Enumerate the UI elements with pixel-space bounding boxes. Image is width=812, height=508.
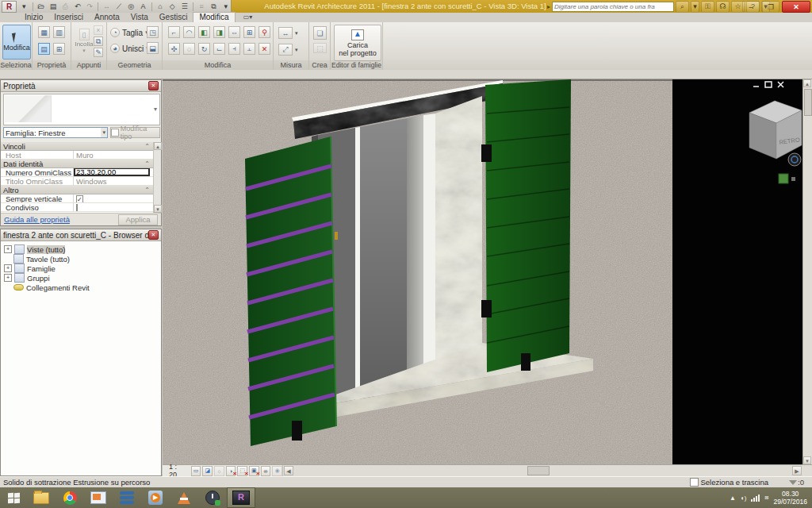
pin-icon[interactable]: ⚲ bbox=[259, 26, 270, 38]
chevron-down-icon[interactable]: ▾ bbox=[154, 106, 157, 113]
frame-mullion[interactable] bbox=[423, 114, 435, 379]
property-row[interactable]: Numero OmniClass bbox=[1, 168, 153, 177]
select-drag-checkbox[interactable] bbox=[690, 478, 699, 487]
redo-icon[interactable]: ↷ bbox=[85, 2, 94, 11]
always-vertical-checkbox[interactable]: ✓ bbox=[76, 195, 83, 203]
taskbar-item-media-player[interactable]: ▶ bbox=[141, 487, 170, 508]
taskbar-item-vlc[interactable] bbox=[170, 487, 198, 508]
panel-label[interactable]: Editor di famiglie bbox=[331, 60, 382, 70]
properties-help-link[interactable]: Guida alle proprietà bbox=[4, 215, 118, 224]
qat-customize-caret-icon[interactable]: ▾ bbox=[221, 2, 231, 11]
right-shutter[interactable] bbox=[481, 79, 571, 372]
section-header[interactable]: Altro ⌃ bbox=[1, 186, 153, 194]
tab-annota[interactable]: Annota bbox=[89, 13, 125, 22]
create-group-icon[interactable]: ❏ bbox=[313, 26, 327, 40]
section-icon[interactable]: ◇ bbox=[167, 2, 177, 11]
create-similar-icon[interactable]: ⬚ bbox=[313, 43, 327, 53]
section-header[interactable]: Vincoli ⌃ bbox=[1, 142, 153, 151]
chevron-down-icon[interactable]: ▾ bbox=[101, 128, 107, 137]
3d-view-canvas[interactable]: RETRO bbox=[163, 79, 802, 464]
panel-label[interactable]: Appunti bbox=[71, 60, 106, 70]
crop-view-icon[interactable]: ⬚× bbox=[237, 466, 247, 476]
align-icon[interactable]: ⌐ bbox=[168, 26, 180, 38]
rotate-icon[interactable]: ↻ bbox=[198, 43, 210, 55]
shutter-hinge[interactable] bbox=[481, 144, 492, 162]
fillet-icon[interactable]: ◠ bbox=[183, 26, 195, 38]
properties-icon[interactable]: ▦ bbox=[38, 26, 50, 38]
close-icon[interactable]: ✕ bbox=[148, 230, 159, 240]
glass-pane-left[interactable] bbox=[360, 118, 407, 402]
cut-icon[interactable]: × bbox=[94, 25, 103, 35]
minimize-button[interactable]: – bbox=[742, 1, 760, 13]
tab-inizio[interactable]: Inizio bbox=[19, 13, 48, 22]
apply-button[interactable]: Applica bbox=[118, 214, 158, 225]
panel-label[interactable]: Misura bbox=[274, 60, 308, 70]
default-3d-view-icon[interactable]: ⌂ bbox=[155, 2, 165, 11]
split-face-icon[interactable]: ⬓ bbox=[147, 42, 159, 54]
scrollbar-thumb[interactable] bbox=[527, 466, 550, 475]
move-icon[interactable]: ✣ bbox=[168, 43, 180, 55]
expand-icon[interactable]: + bbox=[4, 245, 12, 253]
network-icon[interactable]: ⧈ bbox=[764, 494, 768, 502]
property-row[interactable]: Condiviso bbox=[1, 203, 153, 212]
copy-icon[interactable]: ⧉ bbox=[94, 37, 103, 46]
array-icon[interactable]: ⊞ bbox=[243, 26, 255, 38]
infocenter-collapse-icon[interactable]: ▸ bbox=[547, 3, 550, 10]
panel-label[interactable]: Proprietà bbox=[33, 60, 71, 70]
temporary-hide-isolate-icon[interactable]: ∞ bbox=[261, 466, 271, 476]
search-input[interactable] bbox=[552, 2, 674, 12]
schedule-icon[interactable]: ☰ bbox=[180, 2, 190, 11]
type-selector-combo[interactable]: Famiglia: Finestre ▾ bbox=[3, 127, 108, 138]
caret-icon[interactable]: ▾ bbox=[295, 47, 298, 53]
tree-item-collegamenti[interactable]: Collegamenti Revit bbox=[13, 283, 90, 292]
match-type-icon[interactable]: ✎ bbox=[94, 48, 103, 57]
split-icon[interactable]: ⫞ bbox=[228, 43, 240, 55]
mirror-draw-icon[interactable]: ◨ bbox=[213, 26, 225, 38]
glass-pane-right[interactable] bbox=[407, 115, 423, 384]
measure-button[interactable]: ↔ ▾ bbox=[278, 27, 298, 39]
properties-palette-toggle-icon[interactable]: ▤ bbox=[38, 43, 50, 55]
tab-vista[interactable]: Vista bbox=[125, 13, 154, 22]
caret-icon[interactable]: ▾ bbox=[295, 30, 298, 37]
scroll-up-icon[interactable]: ▲ bbox=[803, 79, 811, 87]
left-shutter[interactable] bbox=[245, 137, 336, 446]
properties-palette-header[interactable]: Proprietà ✕ bbox=[1, 80, 161, 92]
taskbar-item-app-blue[interactable] bbox=[113, 487, 141, 508]
offset-icon[interactable]: ◌ bbox=[183, 43, 195, 55]
tab-modifica[interactable]: Modifica bbox=[193, 12, 235, 22]
omniclass-number-input[interactable] bbox=[74, 168, 150, 176]
load-into-project-button[interactable]: Carica nel progetto bbox=[334, 25, 381, 61]
family-types-icon[interactable]: ▥ bbox=[53, 26, 65, 38]
pin-icon[interactable]: ⌃ bbox=[144, 186, 150, 194]
thin-lines-icon[interactable]: ≡ bbox=[197, 2, 206, 11]
panel-label[interactable]: Seleziona bbox=[0, 60, 32, 70]
taskbar-item-explorer[interactable] bbox=[27, 487, 56, 508]
paste-button[interactable]: ▯ Incolla ▾ bbox=[75, 25, 94, 58]
tree-item-tavole[interactable]: Tavole (tutto) bbox=[13, 254, 70, 264]
visual-style-icon[interactable]: ◪ bbox=[202, 466, 213, 476]
switch-windows-icon[interactable]: ⧉ bbox=[209, 2, 218, 11]
tree-item-famiglie[interactable]: + Famiglie bbox=[4, 264, 56, 273]
selection-filter[interactable]: :0 bbox=[789, 478, 804, 487]
application-menu-button[interactable]: R bbox=[2, 1, 17, 13]
search-icon[interactable]: ⌕ bbox=[676, 1, 689, 13]
show-hidden-icons[interactable]: ▲ bbox=[730, 495, 736, 502]
trim-icon[interactable]: ⌙ bbox=[213, 43, 225, 55]
scroll-left-icon[interactable]: ◀ bbox=[284, 466, 293, 475]
save-icon[interactable]: ▤ bbox=[48, 2, 58, 11]
scroll-down-icon[interactable]: ▼ bbox=[154, 205, 162, 213]
expand-icon[interactable]: + bbox=[4, 274, 12, 282]
panel-label[interactable]: Crea bbox=[309, 60, 330, 70]
select-drag-option[interactable]: Seleziona e trascina bbox=[690, 478, 769, 487]
tab-inserisci[interactable]: Inserisci bbox=[48, 13, 89, 22]
type-properties-icon[interactable]: ⊞ bbox=[53, 43, 65, 55]
taskbar-clock[interactable]: 08.30 29/07/2016 bbox=[773, 490, 807, 506]
property-row[interactable]: Sempre verticale ✓ bbox=[1, 194, 153, 203]
undo-icon[interactable]: ↶ bbox=[73, 2, 82, 11]
communication-center-icon[interactable]: ☊ bbox=[716, 1, 730, 13]
horizontal-scrollbar[interactable]: ◀ ▶ bbox=[283, 465, 802, 476]
close-button[interactable]: ✕ bbox=[782, 1, 810, 13]
volume-icon[interactable]: ◖) bbox=[741, 495, 747, 502]
open-icon[interactable]: 🗁 bbox=[36, 2, 45, 11]
steering-wheel-icon[interactable] bbox=[788, 153, 801, 166]
